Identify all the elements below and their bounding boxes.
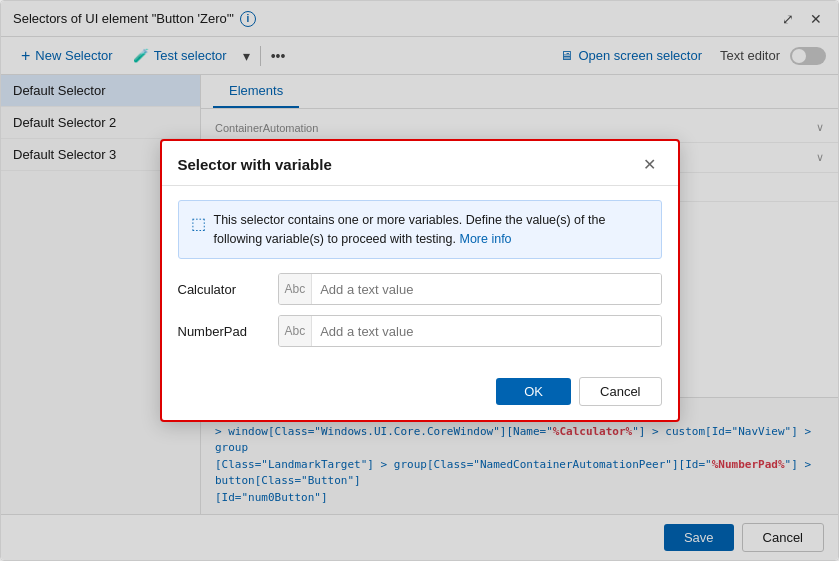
abc-icon-calculator: Abc — [279, 274, 313, 304]
modal-cancel-button[interactable]: Cancel — [579, 377, 661, 406]
main-window: Selectors of UI element "Button 'Zero'" … — [0, 0, 839, 561]
modal-info-text: This selector contains one or more varia… — [214, 213, 606, 246]
field-label-calculator: Calculator — [178, 282, 268, 297]
more-info-link[interactable]: More info — [459, 232, 511, 246]
info-box-icon: ⬚ — [191, 212, 206, 236]
field-row-calculator: Calculator Abc — [178, 273, 662, 305]
modal-close-button[interactable]: ✕ — [637, 155, 662, 175]
abc-icon-numberpad: Abc — [279, 316, 313, 346]
field-label-numberpad: NumberPad — [178, 324, 268, 339]
modal-title: Selector with variable — [178, 156, 332, 173]
field-input-wrap-calculator: Abc — [278, 273, 662, 305]
calculator-input[interactable] — [312, 274, 660, 304]
modal-overlay: Selector with variable ✕ ⬚ This selector… — [1, 1, 838, 560]
modal-fields: Calculator Abc NumberPad Abc — [162, 273, 678, 367]
modal-footer: OK Cancel — [162, 367, 678, 420]
selector-variable-modal: Selector with variable ✕ ⬚ This selector… — [160, 139, 680, 423]
modal-ok-button[interactable]: OK — [496, 378, 571, 405]
field-row-numberpad: NumberPad Abc — [178, 315, 662, 347]
modal-info-bar: ⬚ This selector contains one or more var… — [178, 200, 662, 260]
field-input-wrap-numberpad: Abc — [278, 315, 662, 347]
modal-header: Selector with variable ✕ — [162, 141, 678, 186]
numberpad-input[interactable] — [312, 316, 660, 346]
